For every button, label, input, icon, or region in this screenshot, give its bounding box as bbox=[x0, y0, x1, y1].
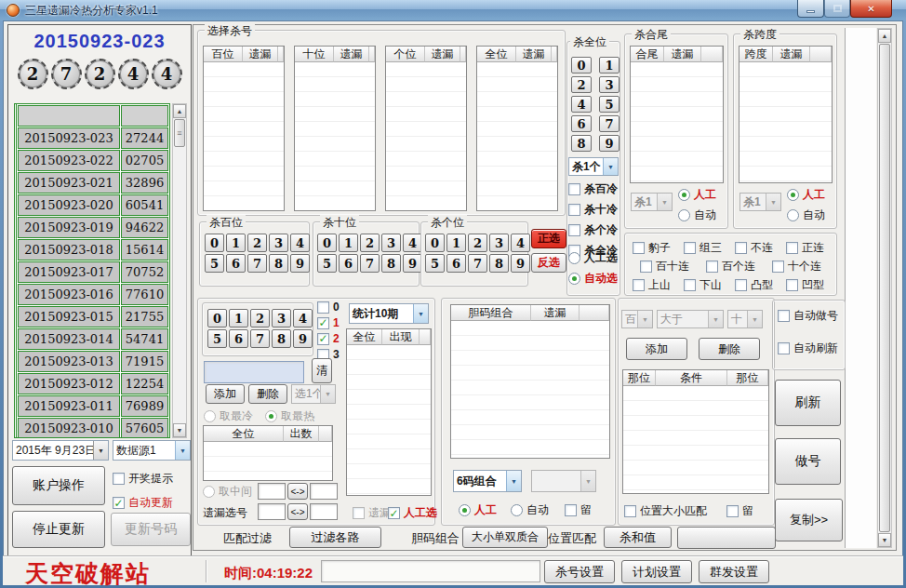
history-row[interactable]: 20150923-010 57605 bbox=[18, 418, 168, 438]
digit-button[interactable]: 0 bbox=[317, 234, 337, 252]
digit-button[interactable]: 4 bbox=[511, 234, 530, 252]
position-delete-button[interactable]: 删除 bbox=[699, 338, 760, 360]
digit-button[interactable]: 0 bbox=[207, 309, 227, 327]
dropdown-arrow-icon[interactable] bbox=[93, 441, 108, 460]
digit-button[interactable]: 7 bbox=[250, 329, 270, 348]
danma-keep-checkbox[interactable]: 留 bbox=[565, 502, 592, 518]
copy-button[interactable]: 复制>> bbox=[775, 499, 843, 541]
history-row[interactable]: 20150923-018 15614 bbox=[18, 239, 168, 261]
digit-button[interactable]: 7 bbox=[599, 115, 620, 132]
digit-button[interactable]: 4 bbox=[571, 96, 592, 113]
tab-size-oddeven[interactable]: 大小单双质合 bbox=[462, 527, 548, 548]
digit-button[interactable]: 3 bbox=[272, 309, 291, 327]
kill-cold-checkbox[interactable]: 杀百冷 bbox=[568, 181, 618, 197]
digit-button[interactable]: 1 bbox=[226, 234, 246, 252]
omit-checkbox[interactable]: 遗漏 bbox=[353, 505, 391, 521]
digit-button[interactable]: 8 bbox=[571, 135, 592, 152]
auto-update-checkbox[interactable]: 自动更新 bbox=[113, 495, 173, 511]
tab-match-filter[interactable]: 匹配过滤 bbox=[223, 530, 272, 547]
digit-button[interactable]: 8 bbox=[489, 254, 509, 273]
kill-cold-checkbox[interactable]: 杀个冷 bbox=[568, 222, 618, 238]
digit-button[interactable]: 6 bbox=[226, 254, 246, 273]
digit-button[interactable]: 3 bbox=[599, 76, 620, 93]
data-source-select[interactable]: 数据源1 bbox=[113, 440, 191, 461]
kill-tail-count-select[interactable]: 杀1 bbox=[631, 193, 673, 211]
digit-button[interactable]: 5 bbox=[425, 254, 445, 273]
draw-tip-checkbox[interactable]: 开奖提示 bbox=[113, 471, 173, 487]
history-row[interactable]: 20150923-022 02705 bbox=[18, 150, 168, 171]
digit-button[interactable]: 7 bbox=[360, 254, 380, 273]
digit-button[interactable]: 1 bbox=[339, 234, 358, 252]
normal-select-button[interactable]: 正选 bbox=[531, 229, 566, 248]
minimize-button[interactable] bbox=[797, 0, 824, 18]
history-row[interactable]: 20150923-012 12254 bbox=[18, 373, 168, 394]
digit-button[interactable]: 9 bbox=[403, 254, 422, 273]
digit-button[interactable]: 4 bbox=[403, 234, 422, 252]
dropdown-arrow-icon[interactable] bbox=[175, 441, 190, 460]
digit-button[interactable]: 4 bbox=[290, 234, 310, 252]
scroll-up-icon[interactable]: ▲ bbox=[878, 29, 891, 43]
pattern-checkbox[interactable]: 不连 bbox=[735, 240, 773, 256]
account-button[interactable]: 账户操作 bbox=[12, 466, 105, 505]
position1-select[interactable]: 百 bbox=[621, 310, 653, 328]
digit-button[interactable]: 6 bbox=[446, 254, 466, 273]
pattern-checkbox[interactable]: 组三 bbox=[684, 240, 722, 256]
pick-count-select[interactable]: 选1个 bbox=[291, 384, 336, 404]
omit-min-input[interactable] bbox=[258, 503, 286, 520]
digit-button[interactable]: 1 bbox=[446, 234, 466, 252]
combo-empty-select[interactable] bbox=[531, 470, 596, 492]
history-row[interactable]: 20150923-019 94622 bbox=[18, 217, 168, 238]
refresh-button[interactable]: 刷新 bbox=[775, 380, 841, 426]
auto-select-radio[interactable]: 自动选 bbox=[568, 271, 618, 287]
maximize-button[interactable] bbox=[824, 0, 850, 18]
main-scrollbar[interactable]: ▲ ▼ bbox=[877, 28, 892, 548]
route-checkbox[interactable]: 0 bbox=[317, 301, 340, 314]
dropdown-arrow-icon[interactable] bbox=[506, 471, 521, 491]
digit-button[interactable]: 9 bbox=[290, 254, 310, 273]
danma-manual-radio[interactable]: 人工 bbox=[459, 502, 497, 518]
history-row[interactable]: 20150923-017 70752 bbox=[18, 261, 168, 283]
manual-select-radio[interactable]: 人工选 bbox=[568, 250, 618, 266]
digit-button[interactable]: 2 bbox=[250, 309, 270, 327]
tab-filter-routes[interactable]: 过滤各路 bbox=[289, 527, 381, 548]
scroll-up-icon[interactable]: ▲ bbox=[173, 104, 186, 118]
digit-button[interactable]: 2 bbox=[571, 76, 592, 93]
settings-button[interactable]: 杀号设置 bbox=[544, 560, 615, 583]
close-button[interactable]: ✕ bbox=[850, 0, 892, 18]
scroll-down-icon[interactable]: ▼ bbox=[173, 423, 186, 437]
tail-manual-radio[interactable]: 人工 bbox=[678, 187, 716, 203]
position-keep-checkbox[interactable]: 留 bbox=[726, 503, 753, 519]
combo-type-select[interactable]: 6码组合 bbox=[453, 470, 522, 492]
digit-button[interactable]: 7 bbox=[247, 254, 267, 273]
coldest-radio[interactable]: 取最冷 bbox=[204, 408, 253, 424]
scroll-down-icon[interactable]: ▼ bbox=[878, 533, 891, 547]
digit-button[interactable]: 6 bbox=[229, 329, 248, 348]
history-scrollbar[interactable]: ▲ ≡ ▼ bbox=[172, 103, 187, 438]
digit-button[interactable]: 7 bbox=[468, 254, 487, 273]
digit-button[interactable]: 5 bbox=[205, 254, 224, 273]
pattern-checkbox[interactable]: 正连 bbox=[786, 240, 824, 256]
digit-button[interactable]: 0 bbox=[205, 234, 224, 252]
history-row[interactable]: 20150923-016 77610 bbox=[18, 284, 168, 305]
route-checkbox[interactable]: 1 bbox=[317, 316, 340, 329]
omit-max-input[interactable] bbox=[310, 503, 338, 520]
tab-kill-sum[interactable]: 杀和值 bbox=[604, 527, 672, 548]
condition-select[interactable]: 大于 bbox=[657, 310, 724, 328]
history-row[interactable]: 20150923-020 60541 bbox=[18, 194, 168, 216]
settings-button[interactable]: 计划设置 bbox=[621, 560, 692, 583]
tab-position-match[interactable]: 位置匹配 bbox=[548, 530, 596, 547]
span-auto-radio[interactable]: 自动 bbox=[787, 207, 825, 223]
middle-range-button[interactable]: <-> bbox=[287, 483, 308, 500]
stop-update-button[interactable]: 停止更新 bbox=[12, 511, 105, 548]
span-manual-radio[interactable]: 人工 bbox=[787, 187, 825, 203]
dropdown-arrow-icon[interactable] bbox=[603, 158, 618, 175]
history-row[interactable]: 20150923-013 71915 bbox=[18, 351, 168, 372]
clear-button[interactable]: 清 bbox=[312, 358, 332, 383]
digit-button[interactable]: 6 bbox=[571, 115, 592, 132]
digit-button[interactable]: 2 bbox=[247, 234, 267, 252]
dropdown-arrow-icon[interactable] bbox=[413, 304, 428, 323]
digit-button[interactable]: 0 bbox=[425, 234, 445, 252]
pattern-checkbox[interactable]: 下山 bbox=[684, 277, 722, 293]
digit-button[interactable]: 8 bbox=[272, 329, 291, 348]
digit-button[interactable]: 5 bbox=[207, 329, 227, 348]
